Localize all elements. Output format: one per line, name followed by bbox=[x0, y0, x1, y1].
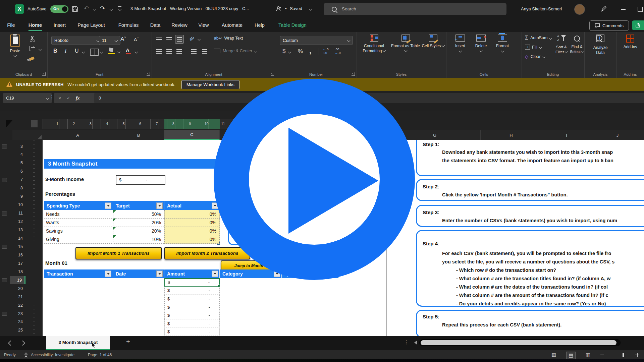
percent-row-target[interactable]: 20% bbox=[113, 219, 164, 227]
percent-row-type[interactable]: Wants bbox=[44, 219, 113, 227]
filter-dropdown-icon[interactable] bbox=[156, 202, 163, 209]
align-bottom-icon[interactable] bbox=[175, 35, 184, 44]
import-month-2-button[interactable]: Import Month 2 Transactions bbox=[164, 247, 250, 259]
autosave-toggle[interactable]: On bbox=[50, 5, 68, 13]
next-sheet-icon[interactable] bbox=[20, 341, 25, 346]
orientation-icon[interactable]: ab bbox=[188, 35, 195, 42]
percent-row-target[interactable]: 50% bbox=[113, 210, 164, 219]
row-header-24[interactable]: 24 bbox=[10, 318, 25, 326]
alignment-dialog-launcher-icon[interactable] bbox=[271, 72, 274, 76]
row-header-23[interactable]: 23 bbox=[10, 309, 25, 318]
row-header-4[interactable]: 4 bbox=[10, 150, 25, 159]
font-dialog-launcher-icon[interactable] bbox=[147, 72, 150, 76]
filter-dropdown-icon[interactable] bbox=[156, 271, 163, 277]
horizontal-scrollbar-track[interactable] bbox=[419, 339, 621, 346]
fill-button[interactable]: ↓ Fill bbox=[525, 45, 542, 50]
increase-indent-icon[interactable] bbox=[201, 47, 209, 55]
delete-cells-button[interactable]: × Delete bbox=[472, 35, 490, 52]
addins-button[interactable]: Add-ins bbox=[621, 35, 639, 50]
font-name-select[interactable]: Roboto bbox=[51, 36, 102, 45]
row-header-22[interactable]: 22 bbox=[10, 301, 25, 309]
selected-cell-C19[interactable]: $- bbox=[164, 278, 220, 287]
find-select-button[interactable]: Find & Select bbox=[569, 35, 585, 54]
format-painter-button[interactable] bbox=[29, 57, 35, 61]
comments-button[interactable]: Comments bbox=[589, 20, 629, 31]
tab-file[interactable]: File bbox=[5, 21, 17, 29]
filter-dropdown-icon[interactable] bbox=[105, 271, 111, 277]
copy-chevron-icon[interactable] bbox=[39, 48, 42, 51]
wrap-text-button[interactable]: ab↩ Wrap Text bbox=[214, 36, 243, 41]
comma-format-icon[interactable]: , bbox=[309, 47, 311, 55]
percent-row-type[interactable]: Savings bbox=[44, 227, 113, 235]
sort-filter-button[interactable]: AZ Sort & Filter bbox=[554, 35, 569, 55]
row-header-18[interactable]: 18 bbox=[10, 267, 25, 276]
outline-marker-icon[interactable] bbox=[2, 212, 7, 216]
tab-data[interactable]: Data bbox=[148, 21, 163, 29]
income-input-cell[interactable]: $ - bbox=[116, 175, 165, 185]
save-icon[interactable] bbox=[72, 6, 78, 12]
decrease-indent-icon[interactable] bbox=[190, 47, 198, 55]
merge-center-button[interactable]: Merge & Center bbox=[214, 49, 257, 53]
autosum-button[interactable]: Σ AutoSum bbox=[525, 35, 552, 41]
amount-cell[interactable]: $- bbox=[164, 303, 220, 311]
row-header-19[interactable]: 19 bbox=[10, 276, 25, 284]
row-header-12[interactable]: 12 bbox=[10, 218, 25, 226]
outline-marker-icon[interactable] bbox=[2, 278, 7, 282]
accessibility-status[interactable]: Accessibility: Investigate bbox=[31, 353, 74, 357]
currency-chevron-icon[interactable] bbox=[288, 50, 291, 54]
outline-marker-icon[interactable] bbox=[2, 178, 7, 182]
amount-cell[interactable]: $- bbox=[164, 311, 220, 319]
percent-row-actual[interactable]: 0% bbox=[164, 227, 220, 235]
tab-insert[interactable]: Insert bbox=[52, 21, 68, 29]
row-header-10[interactable]: 10 bbox=[10, 201, 25, 209]
row-header-6[interactable]: 6 bbox=[10, 167, 25, 176]
manage-workbook-links-button[interactable]: Manage Workbook Links bbox=[181, 80, 239, 89]
row-header-8[interactable]: 8 bbox=[10, 184, 25, 192]
decrease-font-icon[interactable]: Aˇ bbox=[134, 37, 139, 42]
accessibility-icon[interactable] bbox=[23, 352, 29, 358]
align-top-icon[interactable] bbox=[155, 35, 163, 43]
cell-styles-button[interactable]: Cell Styles bbox=[421, 35, 445, 49]
share-button[interactable] bbox=[632, 20, 644, 30]
percent-row-target[interactable]: 20% bbox=[113, 227, 164, 235]
number-dialog-launcher-icon[interactable] bbox=[352, 72, 355, 76]
sheet-tab-active[interactable]: 3 Month Snapshot bbox=[46, 336, 110, 350]
amount-cell[interactable]: $- bbox=[164, 287, 220, 295]
zoom-slider-thumb[interactable] bbox=[623, 353, 624, 357]
row-header-5[interactable]: 5 bbox=[10, 159, 25, 167]
outline-marker-icon[interactable] bbox=[2, 245, 7, 249]
borders-chevron-icon[interactable] bbox=[100, 50, 103, 54]
cut-button[interactable] bbox=[30, 36, 35, 41]
scroll-left-icon[interactable] bbox=[414, 341, 417, 345]
bold-button[interactable]: B bbox=[53, 48, 57, 54]
select-all-corner[interactable] bbox=[12, 130, 43, 140]
paste-button[interactable]: Paste bbox=[5, 35, 25, 57]
tab-page-layout[interactable]: Page Layout bbox=[75, 21, 107, 29]
row-header-25[interactable]: 25 bbox=[10, 326, 25, 335]
amount-cell[interactable]: $- bbox=[164, 328, 220, 336]
decrease-decimal-icon[interactable]: .00→.0 bbox=[335, 47, 340, 55]
import-month-1-button[interactable]: Import Month 1 Transactions bbox=[75, 247, 162, 259]
insert-cells-button[interactable]: ← Insert bbox=[451, 35, 470, 52]
font-color-chevron-icon[interactable] bbox=[135, 50, 138, 54]
fill-color-chevron-icon[interactable] bbox=[117, 50, 121, 54]
saved-status[interactable]: Saved bbox=[290, 6, 302, 11]
amount-cell[interactable]: $- bbox=[164, 319, 220, 328]
align-left-icon[interactable] bbox=[155, 47, 163, 55]
align-center-icon[interactable] bbox=[165, 47, 173, 55]
row-header-20[interactable]: 20 bbox=[10, 284, 25, 293]
percent-row-actual[interactable]: 0% bbox=[164, 210, 220, 219]
row-header-7[interactable]: 7 bbox=[10, 176, 25, 184]
analyze-data-button[interactable]: Analyze Data bbox=[589, 35, 612, 55]
filter-dropdown-icon[interactable] bbox=[212, 271, 218, 277]
percent-row-type[interactable]: Giving bbox=[44, 235, 113, 244]
presence-people-icon[interactable] bbox=[276, 5, 282, 12]
tab-automate[interactable]: Automate bbox=[220, 21, 245, 29]
italic-button[interactable]: I bbox=[65, 48, 66, 54]
amount-cell[interactable]: $- bbox=[164, 295, 220, 303]
search-input[interactable]: Search bbox=[324, 3, 506, 15]
row-header-14[interactable]: 14 bbox=[10, 234, 25, 242]
tab-scroll-splitter-icon[interactable]: ⋮ bbox=[404, 339, 409, 345]
column-header-J[interactable]: J bbox=[591, 130, 644, 140]
row-header-3[interactable]: 3 bbox=[10, 142, 25, 150]
